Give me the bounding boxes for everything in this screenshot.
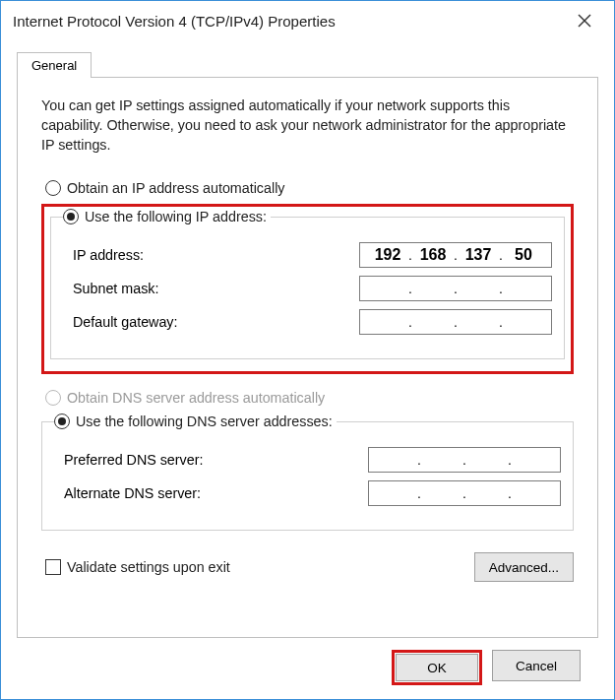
row-subnet-mask: Subnet mask: . . . — [63, 276, 552, 301]
tab-general[interactable]: General — [17, 52, 92, 78]
button-label: Advanced... — [489, 560, 559, 575]
ip-group: Use the following IP address: IP address… — [50, 209, 565, 359]
label-default-gateway: Default gateway: — [73, 314, 359, 330]
ok-button[interactable]: OK — [396, 654, 478, 681]
radio-label: Obtain an IP address automatically — [67, 180, 284, 196]
dot-icon: . — [507, 485, 513, 501]
window-title: Internet Protocol Version 4 (TCP/IPv4) P… — [13, 13, 336, 30]
highlight-ok: OK — [392, 650, 482, 685]
tab-label: General — [31, 58, 77, 73]
bottom-row: Validate settings upon exit Advanced... — [41, 552, 574, 582]
ip-octet-1: 192 — [368, 246, 407, 264]
label-subnet-mask: Subnet mask: — [73, 281, 359, 296]
close-icon — [578, 14, 591, 28]
radio-icon — [54, 414, 70, 429]
radio-label: Use the following DNS server addresses: — [76, 414, 333, 429]
input-alternate-dns[interactable]: . . . — [368, 480, 561, 506]
tab-panel-general: You can get IP settings assigned automat… — [17, 77, 598, 638]
dot-icon: . — [407, 314, 413, 330]
titlebar: Internet Protocol Version 4 (TCP/IPv4) P… — [1, 1, 614, 38]
row-preferred-dns: Preferred DNS server: . . . — [54, 447, 561, 473]
label-preferred-dns: Preferred DNS server: — [64, 452, 368, 468]
radio-label: Obtain DNS server address automatically — [67, 390, 325, 406]
radio-icon — [45, 180, 61, 196]
row-ip-address: IP address: 192 . 168 . 137 . 50 — [63, 242, 552, 268]
dot-icon: . — [453, 314, 459, 330]
checkbox-validate[interactable]: Validate settings upon exit — [45, 559, 230, 575]
input-preferred-dns[interactable]: . . . — [368, 447, 561, 473]
radio-ip-auto[interactable]: Obtain an IP address automatically — [45, 180, 574, 196]
cancel-button[interactable]: Cancel — [492, 650, 581, 681]
row-alternate-dns: Alternate DNS server: . . . — [54, 480, 561, 506]
radio-icon — [63, 209, 79, 224]
checkbox-icon — [45, 559, 61, 575]
ip-octet-2: 168 — [413, 246, 453, 264]
label-ip-address: IP address: — [73, 247, 359, 263]
checkbox-label: Validate settings upon exit — [67, 559, 230, 575]
dot-icon: . — [416, 485, 422, 501]
content-area: General You can get IP settings assigned… — [1, 38, 614, 699]
label-alternate-dns: Alternate DNS server: — [64, 485, 368, 501]
ip-octet-3: 137 — [459, 246, 498, 264]
dot-icon: . — [461, 452, 467, 468]
radio-dns-auto: Obtain DNS server address automatically — [45, 390, 574, 406]
button-label: OK — [427, 661, 447, 675]
dot-icon: . — [407, 281, 413, 296]
description-text: You can get IP settings assigned automat… — [41, 95, 574, 155]
input-subnet-mask[interactable]: . . . — [359, 276, 552, 301]
dialog-window: Internet Protocol Version 4 (TCP/IPv4) P… — [0, 0, 615, 700]
input-default-gateway[interactable]: . . . — [359, 309, 552, 335]
radio-label: Use the following IP address: — [85, 209, 267, 224]
dot-icon: . — [461, 485, 467, 501]
dns-group: Use the following DNS server addresses: … — [41, 414, 574, 531]
dot-icon: . — [453, 281, 459, 296]
footer-buttons: OK Cancel — [17, 638, 598, 685]
dot-icon: . — [507, 452, 513, 468]
advanced-button[interactable]: Advanced... — [474, 552, 574, 582]
input-ip-address[interactable]: 192 . 168 . 137 . 50 — [359, 242, 552, 268]
ip-octet-4: 50 — [504, 246, 543, 264]
radio-icon — [45, 390, 61, 406]
close-button[interactable] — [565, 7, 604, 34]
radio-dns-manual[interactable]: Use the following DNS server addresses: — [54, 414, 333, 429]
dot-icon: . — [416, 452, 422, 468]
tab-strip: General — [17, 52, 598, 78]
dot-icon: . — [498, 314, 504, 330]
highlight-ip-group: Use the following IP address: IP address… — [41, 204, 574, 374]
button-label: Cancel — [516, 659, 557, 673]
row-default-gateway: Default gateway: . . . — [63, 309, 552, 335]
dot-icon: . — [498, 281, 504, 296]
radio-ip-manual[interactable]: Use the following IP address: — [63, 209, 267, 224]
